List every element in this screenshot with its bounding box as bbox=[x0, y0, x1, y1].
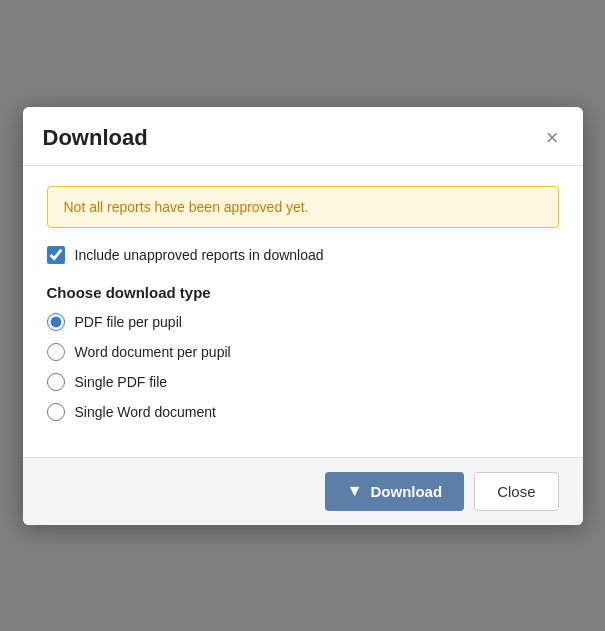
modal-body: Not all reports have been approved yet. … bbox=[23, 166, 583, 437]
option-single-pdf[interactable]: Single PDF file bbox=[47, 373, 559, 391]
download-icon: ▼ bbox=[347, 482, 363, 500]
option-word-per-pupil-label: Word document per pupil bbox=[75, 344, 231, 360]
radio-word-per-pupil[interactable] bbox=[47, 343, 65, 361]
download-button[interactable]: ▼ Download bbox=[325, 472, 465, 511]
modal-header: Download × bbox=[23, 107, 583, 166]
include-unapproved-row: Include unapproved reports in download bbox=[47, 246, 559, 264]
backdrop: Download × Not all reports have been app… bbox=[0, 0, 605, 631]
download-type-label: Choose download type bbox=[47, 284, 559, 301]
include-unapproved-label[interactable]: Include unapproved reports in download bbox=[75, 247, 324, 263]
modal-title: Download bbox=[43, 125, 148, 151]
warning-banner: Not all reports have been approved yet. bbox=[47, 186, 559, 228]
option-single-word[interactable]: Single Word document bbox=[47, 403, 559, 421]
modal-dialog: Download × Not all reports have been app… bbox=[23, 107, 583, 525]
radio-single-word[interactable] bbox=[47, 403, 65, 421]
option-single-word-label: Single Word document bbox=[75, 404, 216, 420]
include-unapproved-checkbox[interactable] bbox=[47, 246, 65, 264]
close-button[interactable]: Close bbox=[474, 472, 558, 511]
option-pdf-per-pupil[interactable]: PDF file per pupil bbox=[47, 313, 559, 331]
option-word-per-pupil[interactable]: Word document per pupil bbox=[47, 343, 559, 361]
option-single-pdf-label: Single PDF file bbox=[75, 374, 168, 390]
warning-text: Not all reports have been approved yet. bbox=[64, 199, 309, 215]
radio-single-pdf[interactable] bbox=[47, 373, 65, 391]
option-pdf-per-pupil-label: PDF file per pupil bbox=[75, 314, 182, 330]
download-type-group: PDF file per pupil Word document per pup… bbox=[47, 313, 559, 421]
radio-pdf-per-pupil[interactable] bbox=[47, 313, 65, 331]
close-icon-button[interactable]: × bbox=[542, 127, 563, 149]
modal-footer: ▼ Download Close bbox=[23, 457, 583, 525]
download-button-label: Download bbox=[370, 483, 442, 500]
